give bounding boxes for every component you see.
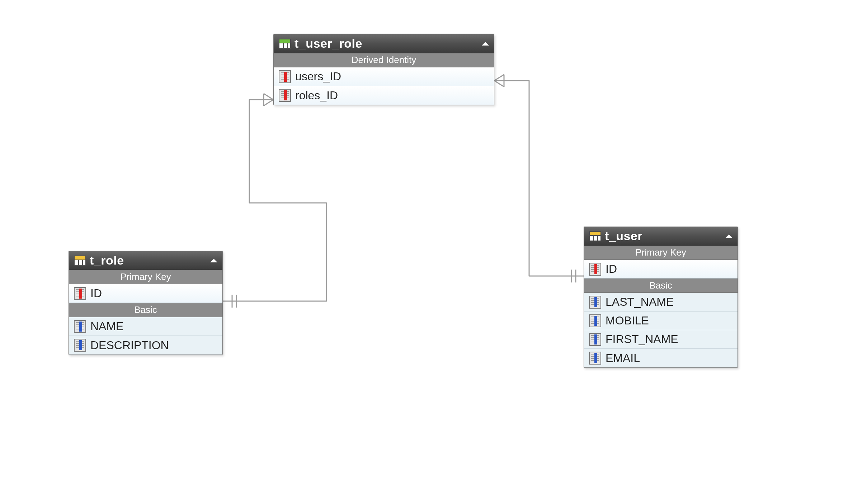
column-first-name[interactable]: FIRST_NAME bbox=[584, 330, 738, 349]
section-basic: Basic bbox=[584, 279, 738, 293]
column-icon bbox=[589, 333, 601, 346]
section-derived-identity: Derived Identity bbox=[274, 53, 494, 67]
entity-header[interactable]: t_role bbox=[69, 251, 222, 270]
column-icon bbox=[74, 339, 86, 352]
column-id[interactable]: ID bbox=[584, 260, 738, 279]
entity-header[interactable]: t_user_role bbox=[274, 34, 494, 53]
collapse-icon[interactable] bbox=[725, 234, 732, 238]
column-email[interactable]: EMAIL bbox=[584, 349, 738, 367]
pk-column-icon bbox=[279, 89, 291, 102]
pk-column-icon bbox=[279, 70, 291, 83]
entity-title: t_user_role bbox=[291, 37, 482, 51]
column-name[interactable]: NAME bbox=[69, 317, 222, 336]
column-label: users_ID bbox=[291, 70, 341, 83]
er-diagram-canvas: t_user_role Derived Identity users_ID ro… bbox=[0, 0, 848, 504]
pk-column-icon bbox=[74, 287, 86, 300]
column-icon bbox=[589, 314, 601, 327]
entity-t-user[interactable]: t_user Primary Key ID Basic LAST_NAME MO… bbox=[584, 227, 738, 368]
column-roles-id[interactable]: roles_ID bbox=[274, 86, 494, 105]
column-label: NAME bbox=[86, 320, 123, 333]
column-label: roles_ID bbox=[291, 89, 338, 102]
section-primary-key: Primary Key bbox=[584, 246, 738, 260]
column-users-id[interactable]: users_ID bbox=[274, 67, 494, 86]
column-label: DESCRIPTION bbox=[86, 339, 169, 352]
entity-t-role[interactable]: t_role Primary Key ID Basic NAME DESCRIP… bbox=[69, 251, 223, 355]
entity-title: t_user bbox=[601, 229, 725, 243]
column-icon bbox=[589, 296, 601, 309]
column-icon bbox=[589, 352, 601, 365]
column-id[interactable]: ID bbox=[69, 284, 222, 303]
column-label: FIRST_NAME bbox=[601, 333, 678, 346]
column-label: ID bbox=[86, 287, 102, 300]
column-label: ID bbox=[601, 262, 617, 276]
entity-t-user-role[interactable]: t_user_role Derived Identity users_ID ro… bbox=[273, 34, 494, 105]
column-label: EMAIL bbox=[601, 352, 640, 365]
column-mobile[interactable]: MOBILE bbox=[584, 312, 738, 330]
table-icon bbox=[279, 39, 291, 49]
pk-column-icon bbox=[589, 263, 601, 276]
table-icon bbox=[74, 256, 86, 266]
column-description[interactable]: DESCRIPTION bbox=[69, 336, 222, 355]
collapse-icon[interactable] bbox=[482, 42, 489, 46]
collapse-icon[interactable] bbox=[210, 259, 217, 262]
section-basic: Basic bbox=[69, 303, 222, 317]
section-primary-key: Primary Key bbox=[69, 270, 222, 284]
entity-title: t_role bbox=[86, 253, 210, 267]
column-last-name[interactable]: LAST_NAME bbox=[584, 293, 738, 312]
table-icon bbox=[589, 231, 601, 241]
column-label: LAST_NAME bbox=[601, 295, 674, 309]
entity-header[interactable]: t_user bbox=[584, 227, 738, 246]
column-icon bbox=[74, 320, 86, 333]
column-label: MOBILE bbox=[601, 314, 649, 327]
